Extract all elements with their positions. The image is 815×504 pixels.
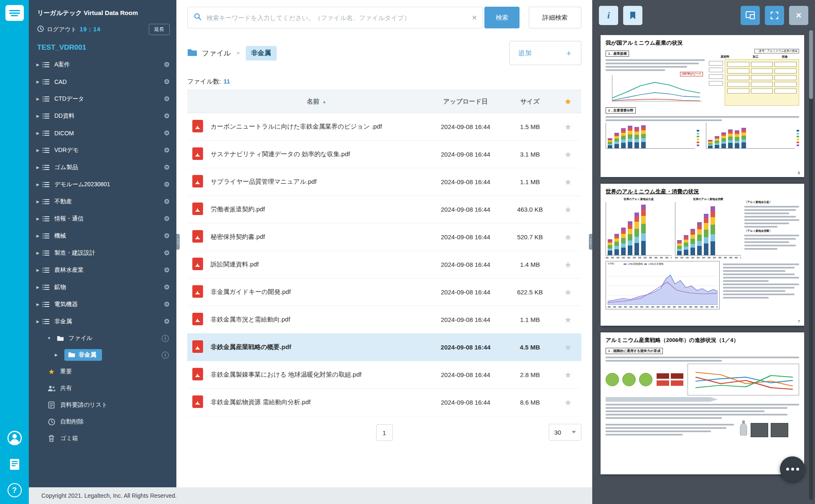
preview-pages-scroll[interactable]: 我が国アルミニウム産業の状況 1．産業規模: [601, 35, 804, 504]
sidebar-folder-item[interactable]: ▶ DD資料 ⚙: [29, 107, 176, 124]
page6-left-column: 1．産業規模 1997年がピーク: [606, 49, 705, 106]
search-input[interactable]: [206, 14, 467, 21]
bar-shape: [721, 132, 726, 148]
splitter-handle[interactable]: [176, 234, 180, 250]
pdf-icon: [192, 395, 203, 409]
profile-icon[interactable]: [7, 431, 22, 447]
star-icon[interactable]: ★: [564, 177, 572, 187]
column-size[interactable]: サイズ: [505, 98, 555, 106]
app-logo[interactable]: [5, 5, 24, 21]
sidebar-folder-item[interactable]: ▶ CTDデータ ⚙: [29, 90, 176, 107]
sidebar-selected-folder[interactable]: ▶ 非金属 i: [29, 347, 176, 363]
gear-icon[interactable]: ⚙: [164, 266, 170, 274]
gear-icon[interactable]: ⚙: [164, 112, 170, 120]
file-row[interactable]: 訴訟関連資料.pdf 2024-09-08 16:44 1.4 MB ★: [187, 251, 581, 279]
file-row[interactable]: サステナビリティ関連データの 効率的な収集.pdf 2024-09-08 16:…: [187, 141, 581, 168]
sidebar-folder-item[interactable]: ▶ 非金属 ⚙: [29, 313, 176, 330]
bookmark-button[interactable]: [623, 6, 642, 25]
breadcrumb-root[interactable]: ファイル: [202, 48, 231, 58]
preview-scrollbar[interactable]: [809, 29, 813, 500]
extend-session-button[interactable]: 延長: [149, 24, 170, 35]
gear-icon[interactable]: ⚙: [164, 317, 170, 325]
sidebar-item-auto-delete[interactable]: 自動削除: [29, 413, 176, 430]
sidebar-item-trash[interactable]: ゴミ箱: [29, 430, 176, 447]
gear-icon[interactable]: ⚙: [164, 95, 170, 103]
gear-icon[interactable]: ⚙: [164, 198, 170, 205]
sidebar-folder-item[interactable]: ▶ A案件 ⚙: [29, 56, 176, 73]
file-row[interactable]: 非鉄金属鉱物資源 需給動向分析.pdf 2024-09-08 16:44 8.6…: [187, 389, 581, 416]
star-icon[interactable]: ★: [564, 205, 572, 214]
column-name[interactable]: 名前 ▲: [211, 98, 426, 106]
gear-icon[interactable]: ⚙: [164, 283, 170, 291]
sidebar-folder-item[interactable]: ▶ VDRデモ ⚙: [29, 142, 176, 159]
info-icon[interactable]: i: [162, 352, 169, 359]
preview-panel: i × 我が国アルミニウム産業の状況 1．産業規模: [592, 0, 815, 504]
file-row[interactable]: 労働者派遣契約.pdf 2024-09-08 16:44 463.0 KB ★: [187, 196, 581, 223]
gear-icon[interactable]: ⚙: [164, 61, 170, 68]
sidebar-folder-item[interactable]: ▶ 情報・通信 ⚙: [29, 210, 176, 227]
info-button[interactable]: i: [599, 6, 618, 25]
add-button[interactable]: 追加 ＋: [509, 41, 581, 65]
scrollbar-thumb[interactable]: [809, 30, 813, 99]
sidebar-folder-item[interactable]: ▶ ゴム製品 ⚙: [29, 159, 176, 176]
gear-icon[interactable]: ⚙: [164, 146, 170, 154]
more-actions-button[interactable]: [780, 456, 805, 481]
diagram-cells: [727, 62, 797, 94]
star-icon[interactable]: ★: [564, 315, 572, 324]
bottle-image: [739, 420, 748, 437]
page-size-select[interactable]: 30: [549, 424, 581, 441]
layout-view-button[interactable]: [741, 6, 760, 25]
fullscreen-button[interactable]: [765, 6, 784, 25]
logout-label[interactable]: ログアウト: [47, 26, 77, 33]
star-icon[interactable]: ★: [564, 122, 572, 132]
file-row[interactable]: 非鉄金属製錬事業における 地球温暖化対策の取組.pdf 2024-09-08 1…: [187, 361, 581, 389]
close-preview-button[interactable]: ×: [789, 6, 808, 25]
advanced-search-button[interactable]: 詳細検索: [529, 7, 581, 28]
sidebar-folder-item[interactable]: ▶ DICOM ⚙: [29, 124, 176, 142]
sidebar-folder-item[interactable]: ▶ 機械 ⚙: [29, 227, 176, 244]
sidebar-item-request-list[interactable]: 資料要請のリスト: [29, 397, 176, 413]
star-icon[interactable]: ★: [564, 398, 572, 407]
gear-icon[interactable]: ⚙: [164, 180, 170, 188]
sidebar-folder-item[interactable]: ▶ デモルーム20230801 ⚙: [29, 176, 176, 193]
page8-bottom: [606, 420, 799, 437]
sidebar-folder-item[interactable]: ▶ 電気機器 ⚙: [29, 296, 176, 313]
star-icon[interactable]: ★: [564, 233, 572, 242]
sidebar-folder-item[interactable]: ▶ CAD ⚙: [29, 73, 176, 90]
file-row[interactable]: 非鉄金属産業戦略の概要.pdf 2024-09-08 16:44 4.5 MB …: [187, 334, 581, 361]
gear-icon[interactable]: ⚙: [164, 129, 170, 137]
sidebar-item-important[interactable]: ★ 重要: [29, 363, 176, 380]
gear-icon[interactable]: ⚙: [164, 249, 170, 257]
sidebar-folder-item[interactable]: ▶ 農林水産業 ⚙: [29, 261, 176, 279]
sidebar-files-node[interactable]: ▼ ファイル i: [29, 330, 176, 347]
sidebar-folder-item[interactable]: ▶ 不動産 ⚙: [29, 193, 176, 210]
gear-icon[interactable]: ⚙: [164, 215, 170, 223]
star-icon[interactable]: ★: [564, 343, 572, 352]
file-row[interactable]: カーボンニュートラルに向けた非鉄金属業界のビジョン .pdf 2024-09-0…: [187, 113, 581, 141]
star-icon[interactable]: ★: [564, 288, 572, 297]
splitter-handle[interactable]: [589, 234, 592, 250]
star-icon[interactable]: ★: [564, 260, 572, 269]
file-row[interactable]: サプライヤー品質管理マニュアル.pdf 2024-09-08 16:44 1.1…: [187, 168, 581, 196]
sidebar-item-shared[interactable]: 共有: [29, 380, 176, 397]
search-button[interactable]: 検索: [484, 7, 520, 28]
page-number-button[interactable]: 1: [376, 424, 393, 441]
sidebar-folder-item[interactable]: ▶ 製造・建設設計 ⚙: [29, 244, 176, 261]
gear-icon[interactable]: ⚙: [164, 232, 170, 240]
gear-icon[interactable]: ⚙: [164, 163, 170, 171]
file-row[interactable]: 非金属ガイドキーの開発.pdf 2024-09-08 16:44 622.5 K…: [187, 279, 581, 306]
file-row[interactable]: 非鉄金属市況と需給動向.pdf 2024-09-08 16:44 1.1 MB …: [187, 306, 581, 334]
file-row[interactable]: 秘密保持契約書.pdf 2024-09-08 16:44 520.7 KB ★: [187, 223, 581, 251]
column-uploaded[interactable]: アップロード日: [426, 98, 505, 106]
column-favorite[interactable]: ★: [555, 96, 581, 106]
star-icon[interactable]: ★: [564, 150, 572, 159]
gear-icon[interactable]: ⚙: [164, 300, 170, 308]
help-icon[interactable]: ?: [8, 483, 22, 497]
sidebar-folder-item[interactable]: ▶ 鉱物 ⚙: [29, 279, 176, 296]
star-icon[interactable]: ★: [564, 370, 572, 380]
gear-icon[interactable]: ⚙: [164, 78, 170, 86]
documents-icon[interactable]: [9, 458, 20, 472]
breadcrumb-current[interactable]: 非金属: [246, 46, 277, 61]
info-icon[interactable]: i: [162, 335, 169, 342]
clear-icon[interactable]: ×: [472, 13, 477, 23]
